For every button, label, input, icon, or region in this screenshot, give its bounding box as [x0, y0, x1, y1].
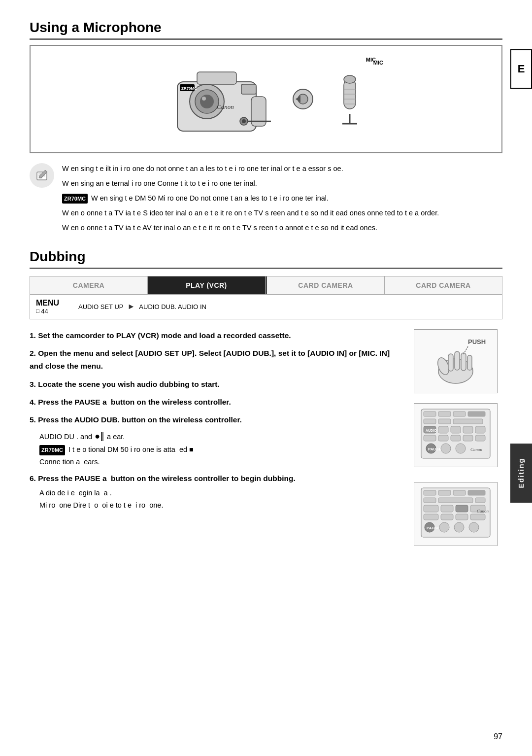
svg-rect-50	[475, 426, 485, 433]
svg-rect-51	[424, 435, 436, 441]
svg-rect-33	[461, 353, 466, 371]
svg-rect-55	[475, 435, 485, 441]
step-4: 4. Press the PAUSE a button on the wirel…	[30, 396, 404, 409]
svg-rect-49	[463, 426, 473, 433]
step-6-sub2: Mi ro one Dire t o oi e to t e i ro one.	[39, 499, 404, 512]
note-section: W en sing t e ilt in i ro one do not onn…	[30, 163, 502, 237]
svg-rect-42	[424, 419, 436, 424]
svg-rect-65	[468, 490, 485, 495]
tab-camera[interactable]: CAMERA	[30, 276, 148, 294]
camera-svg: Canon ZR70MC	[167, 57, 286, 141]
menu-row: MENU □ 44 AUDIO SET UP ► AUDIO DUB. AUDI…	[30, 295, 502, 319]
page-container: E Editing Using a Microphone	[0, 0, 532, 756]
svg-text:Canon: Canon	[470, 447, 483, 452]
step-3: 3. Locate the scene you wish audio dubbi…	[30, 378, 404, 391]
menu-page-number: □ 44	[36, 308, 48, 315]
svg-point-80	[454, 522, 464, 532]
svg-rect-64	[453, 490, 466, 495]
svg-text:PAUSE: PAUSE	[427, 526, 440, 530]
mic-illustration-box: Canon ZR70MC MIC	[30, 45, 502, 153]
svg-text:Canon: Canon	[217, 103, 234, 110]
svg-text:Canon: Canon	[477, 509, 489, 514]
svg-point-58	[441, 444, 451, 453]
svg-text:PAUSE: PAUSE	[428, 447, 442, 451]
step-5-sub3: Conne tion a ears.	[39, 456, 404, 468]
remote-controller-image-1: AUDIO DUB PAUSE	[414, 403, 498, 467]
menu-path: AUDIO SET UP ► AUDIO DUB. AUDIO IN	[78, 302, 206, 311]
svg-rect-5	[197, 72, 236, 84]
svg-rect-31	[448, 354, 453, 371]
svg-rect-54	[463, 435, 473, 441]
microphone-svg	[335, 69, 365, 129]
svg-point-12	[242, 119, 246, 123]
svg-rect-74	[441, 514, 453, 520]
side-tab-e: E	[510, 49, 532, 89]
svg-rect-69	[424, 505, 438, 512]
camera-illustration: Canon ZR70MC MIC	[40, 57, 492, 141]
side-tab-editing: Editing	[510, 444, 532, 503]
step-5-sub2: ZR70MC I t e o tional DM 50 i ro one is …	[39, 444, 404, 456]
pencil-icon	[34, 168, 49, 183]
svg-rect-41	[468, 412, 485, 416]
mode-tabs: CAMERA PLAY (VCR) CARD CAMERA CARD CAMER…	[30, 276, 502, 295]
page-number: 97	[494, 732, 502, 741]
side-images: PUSH	[414, 329, 502, 546]
svg-rect-39	[438, 412, 451, 416]
main-text: 1. Set the camcorder to PLAY (VCR) mode …	[30, 329, 404, 546]
remote-svg-1: AUDIO DUB PAUSE	[419, 407, 493, 463]
tab-card-camera-1[interactable]: CARD CAMERA	[267, 276, 385, 294]
content-with-images: 1. Set the camcorder to PLAY (VCR) mode …	[30, 329, 502, 546]
svg-text:PUSH: PUSH	[468, 338, 486, 345]
step-1: 1. Set the camcorder to PLAY (VCR) mode …	[30, 329, 404, 342]
svg-rect-53	[451, 435, 461, 441]
svg-rect-66	[424, 498, 436, 503]
section-dubbing-heading: Dubbing	[30, 249, 502, 269]
step-6: 6. Press the PAUSE a button on the wirel…	[30, 472, 404, 485]
note-icon	[30, 163, 54, 188]
zr70mc-badge-1: ZR70MC	[62, 194, 88, 204]
svg-rect-6	[241, 84, 256, 94]
svg-rect-63	[438, 490, 451, 495]
remote-controller-image-2: PAUSE Canon	[414, 482, 498, 546]
svg-rect-71	[456, 505, 468, 512]
svg-text:ZR70MC: ZR70MC	[181, 86, 197, 91]
menu-label: MENU	[36, 299, 66, 308]
svg-rect-47	[438, 426, 448, 433]
svg-rect-70	[441, 505, 453, 512]
zr70mc-badge-2: ZR70MC	[39, 445, 65, 455]
push-hand-svg: PUSH	[421, 334, 490, 388]
svg-rect-67	[438, 498, 473, 503]
step-2: 2. Open the menu and select [AUDIO SET U…	[30, 347, 404, 373]
section-mic-heading: Using a Microphone	[30, 20, 502, 40]
note-text: W en sing t e ilt in i ro one do not onn…	[62, 163, 439, 237]
svg-rect-48	[451, 426, 461, 433]
svg-point-4	[202, 97, 206, 101]
svg-point-81	[469, 522, 479, 532]
svg-rect-38	[424, 412, 436, 416]
svg-rect-52	[438, 435, 448, 441]
step-6-sub1: A dio de i e egin la a .	[39, 487, 404, 499]
steps-list: 1. Set the camcorder to PLAY (VCR) mode …	[30, 329, 404, 512]
svg-point-3	[200, 95, 214, 108]
svg-rect-76	[470, 514, 485, 520]
svg-rect-75	[456, 514, 468, 520]
svg-rect-32	[455, 351, 460, 370]
step-5: 5. Press the AUDIO DUB. button on the wi…	[30, 413, 404, 426]
mic-port-label: MIC	[366, 57, 376, 63]
tab-play-vcr[interactable]: PLAY (VCR)	[148, 276, 266, 294]
svg-point-79	[439, 522, 449, 532]
svg-point-24	[344, 75, 356, 83]
svg-rect-68	[475, 498, 485, 503]
push-hand-image: PUSH	[414, 329, 498, 393]
remote-svg-2: PAUSE Canon	[419, 485, 493, 542]
svg-rect-62	[424, 490, 436, 495]
svg-rect-44	[453, 419, 483, 424]
mic-connector-svg	[291, 87, 315, 111]
tab-card-camera-2[interactable]: CARD CAMERA	[385, 276, 502, 294]
svg-rect-40	[453, 412, 466, 416]
step-5-sub1: AUDIO DU . and ●‖ a ear.	[39, 429, 404, 444]
svg-rect-34	[467, 355, 472, 370]
menu-path-arrow: ►	[128, 302, 135, 311]
svg-rect-43	[438, 419, 451, 424]
svg-rect-73	[424, 514, 438, 520]
